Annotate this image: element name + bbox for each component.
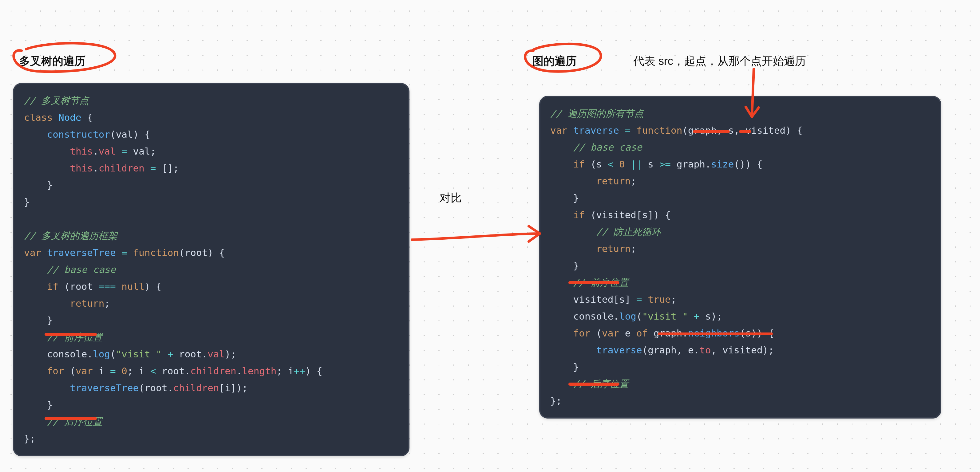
left-title: 多叉树的遍历 — [19, 54, 86, 69]
compare-label: 对比 — [439, 191, 462, 206]
right-code-card: // 遍历图的所有节点 var traverse = function(grap… — [539, 96, 941, 418]
left-code-card: // 多叉树节点 class Node { constructor(val) {… — [13, 83, 409, 456]
left-code: // 多叉树节点 class Node { constructor(val) {… — [24, 92, 398, 447]
right-title: 图的遍历 — [533, 54, 577, 69]
right-code: // 遍历图的所有节点 var traverse = function(grap… — [550, 105, 930, 409]
src-note: 代表 src，起点，从那个点开始遍历 — [633, 54, 806, 69]
